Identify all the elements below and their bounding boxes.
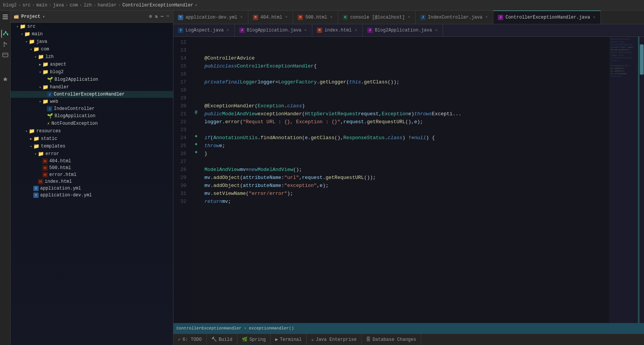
token-type: ResponseStatus: [343, 134, 385, 142]
activity-structure-icon[interactable]: [1, 30, 9, 38]
tree-close-icon[interactable]: −: [166, 13, 170, 20]
tab-close-index-html[interactable]: ×: [354, 28, 358, 33]
tree-arrow: ▾: [38, 100, 42, 104]
tree-item-errorhtml[interactable]: H error.html: [11, 171, 173, 178]
java-icon-logaspect: J: [178, 28, 183, 33]
tree-folder-icon: 📁: [20, 24, 26, 30]
token-kw: if: [204, 134, 211, 142]
tab-close-blog2app[interactable]: ×: [434, 28, 438, 33]
tree-item-resources[interactable]: ▾ 📁 resources: [11, 127, 173, 135]
tree-item-IndexController[interactable]: J IndexController: [11, 105, 173, 112]
code-line-30: mv.addObject( attributeName: "exception"…: [200, 182, 609, 190]
tree-item-ControllerExceptionHandler[interactable]: J ControllerExceptionHandler: [11, 91, 173, 98]
tree-file-icon: Y: [33, 186, 39, 191]
scroll-thumb[interactable]: [640, 44, 644, 75]
bottom-tab-java-enterprise[interactable]: ☕ Java Enterprise: [307, 334, 362, 345]
activity-web-icon[interactable]: [1, 51, 9, 59]
token-plain: ();: [293, 166, 302, 174]
breadcrumb-com[interactable]: com: [70, 3, 78, 8]
tree-item-static[interactable]: ▶ 📁 static: [11, 135, 173, 143]
tree-arrow: ▾: [20, 32, 24, 36]
tab-blogapp[interactable]: J BlogApplication.java ×: [235, 24, 312, 36]
tab-controllerexception[interactable]: J ControllerExceptionHandler.java ×: [493, 11, 601, 24]
tab-close-logaspect[interactable]: ×: [226, 28, 230, 33]
tree-item-com[interactable]: ▾ 📁 com: [11, 45, 173, 53]
tree-locate-icon[interactable]: ⊙: [148, 13, 153, 20]
tree-item-web[interactable]: ▾ 📁 web: [11, 98, 173, 105]
breadcrumb-src[interactable]: src: [22, 3, 31, 8]
tree-item-handler[interactable]: ▾ 📁 handler: [11, 83, 173, 91]
tree-arrow: ▾: [29, 144, 33, 149]
tab-close-indexcontroller[interactable]: ×: [485, 15, 488, 20]
token-plain: .: [308, 134, 311, 142]
tree-item-aspect[interactable]: ▶ 📁 aspect: [11, 61, 173, 68]
activity-project-icon[interactable]: [1, 13, 9, 21]
line-num-19: 19: [173, 94, 189, 102]
token-plain: ) !=: [402, 134, 414, 142]
tab-close-500[interactable]: ×: [329, 15, 333, 20]
tab-close-console[interactable]: ×: [407, 15, 411, 20]
breadcrumb-java[interactable]: java: [53, 3, 64, 8]
line-num-24: 24: [173, 134, 189, 142]
bottom-tab-database[interactable]: 🗄 Database Changes: [362, 334, 421, 345]
breadcrumb-lzh[interactable]: lzh: [84, 3, 92, 8]
breadcrumb-main[interactable]: main: [36, 3, 47, 8]
token-var: mv: [222, 198, 228, 205]
tab-indexcontroller[interactable]: J IndexController.java ×: [416, 11, 493, 24]
tab-close-application-dev[interactable]: ×: [240, 15, 243, 20]
tab-logaspect[interactable]: J LogAspect.java ×: [173, 24, 235, 36]
tab-bar-second: J LogAspect.java × J BlogApplication.jav…: [173, 24, 644, 37]
tree-item-NotFoundException[interactable]: ⚡ NotFoundException: [11, 120, 173, 127]
tab-close-blogapp[interactable]: ×: [304, 28, 307, 33]
token-plain: .: [323, 174, 326, 182]
token-plain: ;: [222, 142, 225, 150]
activity-favorites-icon[interactable]: [1, 75, 9, 83]
tree-item-lzh[interactable]: ▾ 📁 lzh: [11, 53, 173, 61]
tree-item-main[interactable]: ▾ 📁 main: [11, 30, 173, 38]
tree-item-404html[interactable]: H 404.html: [11, 158, 173, 165]
tree-expand-icon[interactable]: ⇅: [154, 13, 158, 20]
tree-item-blog2[interactable]: ▾ 📁 blog2: [11, 68, 173, 76]
vertical-scrollbar[interactable]: [639, 37, 644, 323]
tree-item-templates[interactable]: ▾ 📁 templates: [11, 143, 173, 150]
bottom-tab-build[interactable]: 🔨 Build: [207, 334, 237, 345]
code-line-20: @ExceptionHandler(Exception.class): [200, 102, 609, 110]
tree-item-Blog2Application[interactable]: 🌱 Blog2Application: [11, 76, 173, 83]
token-plain: (: [240, 118, 243, 126]
tab-index-html[interactable]: H index.html ×: [312, 24, 363, 36]
project-dropdown[interactable]: ▾: [42, 14, 45, 19]
tab-close-controllerexception[interactable]: ×: [592, 15, 596, 20]
tree-item-applicationyml[interactable]: Y application.yml: [11, 185, 173, 192]
tree-item-indexhtml[interactable]: H index.html: [11, 178, 173, 185]
bottom-tab-spring[interactable]: 🌿 Spring: [237, 334, 271, 345]
breadcrumb-handler[interactable]: handler: [98, 3, 117, 8]
token-plain: .: [385, 134, 388, 142]
token-var: mv: [240, 166, 246, 174]
code-content[interactable]: 1213141516171819202122232425262728293031…: [173, 37, 644, 323]
activity-git-icon[interactable]: [1, 40, 9, 49]
tree-item-java[interactable]: ▾ 📁 java: [11, 38, 173, 45]
tree-item-applicationdevyml[interactable]: Y application-dev.yml: [11, 192, 173, 199]
tree-item-500html[interactable]: H 500.html: [11, 165, 173, 171]
tab-application-dev[interactable]: Y application-dev.yml ×: [173, 11, 248, 24]
tab-close-404[interactable]: ×: [284, 15, 288, 20]
minimap: @ControllerAdvice public class Controlle…: [609, 37, 639, 323]
bottom-tab-terminal[interactable]: ▶ Terminal: [271, 334, 307, 345]
bottom-tab-todo[interactable]: ✓ 6: TODO: [173, 334, 207, 345]
tree-item-error[interactable]: ▾ 📁 error: [11, 150, 173, 158]
tree-item-src[interactable]: ▾ 📁 src: [11, 23, 173, 30]
tab-blog2app[interactable]: J Blog2Application.java ×: [363, 24, 443, 36]
tab-404[interactable]: H 404.html ×: [248, 11, 293, 24]
tab-console[interactable]: C console [@localhost] ×: [338, 11, 416, 24]
token-var: logger: [257, 78, 275, 86]
activity-bar: [0, 11, 11, 345]
breadcrumb-blog2[interactable]: blog2: [3, 3, 17, 8]
breadcrumb-current[interactable]: ControllerExceptionHandler: [122, 3, 193, 8]
project-title: Project: [21, 14, 40, 19]
code-line-16: [200, 70, 609, 78]
token-plain: =: [275, 78, 278, 86]
tree-item-label: static: [41, 136, 57, 141]
tree-more-icon[interactable]: ⋯: [160, 13, 164, 20]
tree-item-BlogApplication[interactable]: 🌱 BlogApplication: [11, 112, 173, 120]
tab-500[interactable]: H 500.html ×: [293, 11, 338, 24]
